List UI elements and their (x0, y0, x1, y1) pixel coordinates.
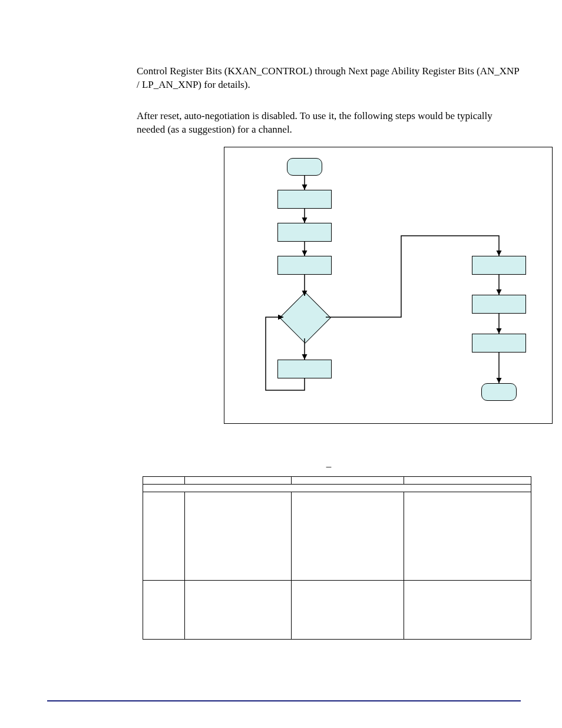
table-title: _ (137, 457, 521, 470)
paragraph-2: After reset, auto-negotiation is disable… (137, 110, 521, 137)
table-row (143, 492, 531, 580)
footer-rule (47, 700, 521, 702)
col-desc (404, 476, 531, 484)
col-default (292, 476, 404, 484)
paragraph-1: Control Register Bits (KXAN_CONTROL) thr… (137, 65, 521, 92)
col-bit (143, 476, 185, 484)
register-table (143, 476, 531, 640)
flow-arrows (224, 147, 552, 423)
table-header-row (143, 476, 531, 484)
flowchart-figure (224, 147, 553, 424)
col-name (185, 476, 292, 484)
table-row (143, 580, 531, 639)
